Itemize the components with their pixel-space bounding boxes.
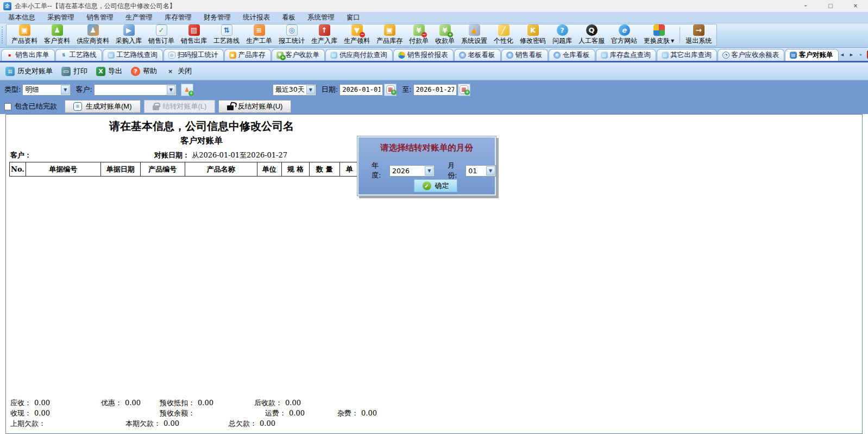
generate-statement-button[interactable]: ≡ 生成对账单(M) — [65, 100, 141, 113]
toolbar-button-7[interactable]: ⇅工艺路线 — [210, 24, 243, 46]
unlock-icon — [227, 105, 234, 110]
tab-8[interactable]: 销售报价报表 — [393, 49, 454, 61]
tab-7[interactable]: ▤供应商付款查询 — [325, 49, 393, 61]
customer-select[interactable]: ▼ — [94, 84, 177, 96]
tab-label: 其它出库查询 — [671, 51, 712, 60]
date-from-input[interactable] — [339, 84, 383, 96]
toolbar-button-12[interactable]: ▣产品库存 — [373, 24, 406, 46]
report-title: 客户对账单 — [6, 135, 397, 147]
sales-order-icon: ✓ — [156, 24, 167, 36]
toolbar-button-19[interactable]: Q人工客服 — [575, 24, 608, 46]
summary-value: 0.00 — [125, 399, 141, 407]
toolbar-button-13[interactable]: ¥−付款单 — [406, 24, 432, 46]
menu-item-7[interactable]: 统计报表 — [237, 13, 276, 22]
toolbar-button-20[interactable]: e官方网站 — [608, 24, 640, 46]
excel-export-icon: X — [96, 67, 105, 76]
reverse-carry-button[interactable]: 反结对账单(U) — [218, 100, 291, 113]
tab-1[interactable]: ▪销售出库单 — [1, 49, 55, 61]
tab-11[interactable]: •仓库看板 — [549, 49, 595, 61]
statement-toolbar-3[interactable]: X导出 — [96, 66, 122, 76]
date-range-value: 最近30天 — [275, 85, 304, 95]
toolbar-button-15[interactable]: ▲系统设置 — [458, 24, 490, 46]
summary-value: 0.00 — [198, 399, 213, 407]
toolbar-button-11[interactable]: ▼−生产领料 — [341, 24, 373, 46]
statement-toolbar-1[interactable]: ≡历史对账单 — [5, 66, 53, 76]
tab-next-button[interactable]: ▶ — [848, 51, 855, 59]
include-settled-checkbox[interactable] — [4, 103, 11, 110]
toolbar-button-3[interactable]: ♟供应商资料 — [73, 24, 112, 46]
statement-toolbar-5[interactable]: ×关闭 — [166, 66, 192, 76]
menu-item-5[interactable]: 库存管理 — [159, 13, 198, 22]
menu-item-2[interactable]: 采购管理 — [41, 13, 80, 22]
date-to-input[interactable] — [413, 84, 457, 96]
date-range-select[interactable]: 最近30天 ▼ — [273, 84, 316, 96]
toolbar-button-6[interactable]: ▤销售出库 — [178, 24, 210, 46]
menu-item-6[interactable]: 财务管理 — [198, 13, 237, 22]
chevron-down-icon: ▼ — [671, 39, 674, 43]
toolbar-button-22[interactable]: →退出系统 — [682, 24, 715, 46]
toolbar-button-21[interactable]: 更换皮肤▼ — [640, 24, 677, 46]
menu-item-4[interactable]: 生产管理 — [119, 13, 159, 22]
toolbar-button-16[interactable]: ╱个性化 — [490, 24, 517, 46]
toolbar-button-5[interactable]: ✓销售订单 — [145, 24, 178, 46]
summary-item: 优惠：0.00 — [101, 398, 141, 408]
tab-3[interactable]: ▤工艺路线查询 — [103, 49, 163, 61]
company-name-notice: 请在基本信息，公司信息中修改公司名 — [6, 119, 397, 134]
menu-item-10[interactable]: 窗口 — [341, 13, 366, 22]
calendar-to-button[interactable]: ▦+ — [458, 84, 470, 96]
material-issue-icon: ▼− — [351, 24, 363, 36]
toolbar-button-9[interactable]: ◎报工统计 — [275, 24, 308, 46]
toolbar-button-label: 官方网站 — [611, 36, 637, 46]
statement-toolbar-4[interactable]: ?帮助 — [131, 66, 157, 76]
toolbar-button-14[interactable]: ¥+收款单 — [432, 24, 458, 46]
menu-item-1[interactable]: 基本信息 — [2, 13, 41, 22]
toolbar-button-10[interactable]: ↑生产入库 — [308, 24, 341, 46]
statement-toolbar-label: 打印 — [73, 66, 87, 76]
type-select[interactable]: 明细 ▼ — [22, 84, 71, 96]
add-customer-button[interactable]: ♟+ — [181, 84, 193, 96]
report-meta: 客户： 对账日期： 从2026-01-01至2026-01-27 — [6, 150, 397, 160]
restore-button[interactable]: □ — [818, 0, 843, 12]
toolbar-button-1[interactable]: ▣产品资料 — [8, 24, 41, 46]
confirm-label: 确定 — [435, 181, 449, 191]
menu-item-8[interactable]: 看板 — [276, 13, 301, 22]
close-x-icon: × — [166, 67, 175, 76]
tab-4[interactable]: ◎扫码报工统计 — [163, 49, 224, 61]
tab-13[interactable]: ▤其它出库查询 — [657, 49, 717, 61]
tab-9[interactable]: •老板看板 — [454, 49, 501, 61]
type-label: 类型: — [4, 85, 21, 95]
toolbar-button-4[interactable]: ▶采购入库 — [112, 24, 145, 46]
summary-label: 应收： — [10, 399, 32, 407]
toolbar-button-2[interactable]: ♟客户资料 — [41, 24, 73, 46]
statement-toolbar-2[interactable]: ▭打印 — [61, 66, 87, 76]
toolbar-button-18[interactable]: ?问题库 — [549, 24, 575, 46]
carry-month-dialog: 请选择结转对账单的月份 年度: 2026 ▼ 月份: 01 ▼ ✓ 确定 — [357, 136, 496, 196]
toolbar-button-8[interactable]: ≡生产工单 — [243, 24, 275, 46]
help-icon: ? — [131, 67, 140, 76]
report-period-label: 对账日期： — [154, 151, 190, 159]
toolbar-grip[interactable] — [2, 27, 4, 43]
confirm-button[interactable]: ✓ 确定 — [414, 179, 457, 192]
tab-6[interactable]: ¥+客户收款单 — [272, 49, 325, 61]
tab-5[interactable]: ▣产品库存 — [224, 49, 271, 61]
summary-item: 预收抵扣：0.00 — [160, 398, 213, 408]
tab-list-button[interactable]: » — [858, 51, 864, 59]
tab-14[interactable]: ◔客户应收余额表 — [718, 49, 785, 61]
month-select[interactable]: 01 ▼ — [466, 165, 496, 177]
tab-12[interactable]: ▤库存盘点查询 — [596, 49, 656, 61]
close-button[interactable]: × — [843, 0, 868, 12]
year-select[interactable]: 2026 ▼ — [389, 165, 435, 177]
toolbar-button-17[interactable]: K修改密码 — [517, 24, 549, 46]
menu-item-3[interactable]: 销售管理 — [80, 13, 119, 22]
menu-item-9[interactable]: 系统管理 — [301, 13, 341, 22]
minimize-button[interactable]: – — [793, 0, 818, 12]
calendar-from-button[interactable]: ▦+ — [384, 84, 397, 96]
tab-10[interactable]: •销售看板 — [501, 49, 548, 61]
tab-2[interactable]: ⇅工艺路线 — [55, 49, 102, 61]
support-qq-icon: Q — [586, 24, 597, 36]
tab-15[interactable]: ▤客户对账单 — [785, 49, 839, 61]
toolbar-button-label: 报工统计 — [279, 36, 305, 46]
tab-prev-button[interactable]: ◀ — [839, 51, 846, 59]
summary-label: 收现： — [10, 409, 32, 417]
summary-item: 应收：0.00 — [10, 398, 50, 408]
